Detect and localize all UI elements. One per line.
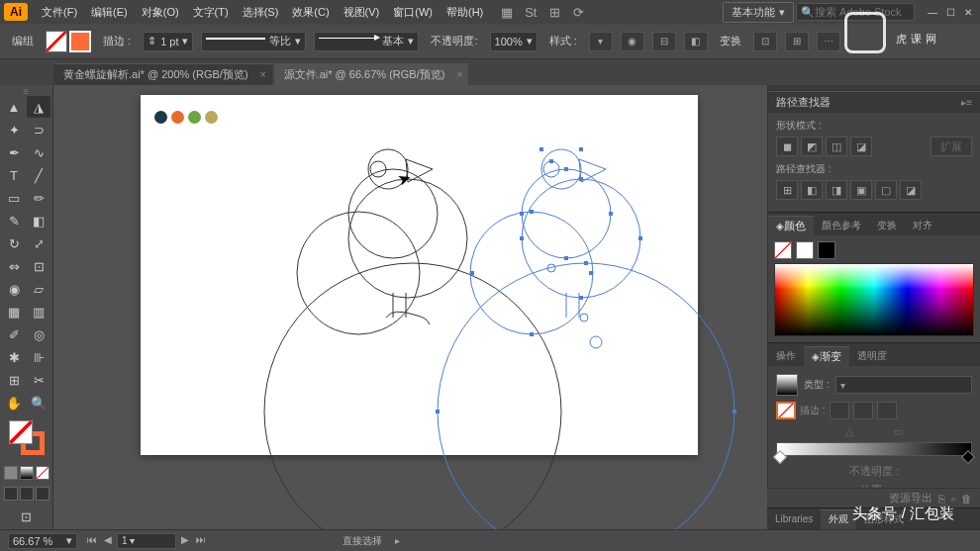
minus-back-icon[interactable]: ◪ <box>900 180 922 200</box>
transparency-tab[interactable]: 透明度 <box>849 346 895 366</box>
merge-icon[interactable]: ◨ <box>826 180 847 200</box>
actions-tab[interactable]: 操作 <box>768 346 804 366</box>
line-tool-icon[interactable]: ╱ <box>27 164 50 186</box>
artboard-nav-select[interactable]: 1 ▾ <box>117 533 176 549</box>
search-stock-input[interactable]: 🔍 搜索 Adobe Stock <box>796 3 915 21</box>
stroke-weight-input[interactable]: ⇕1 pt▾ <box>143 32 193 51</box>
first-artboard-icon[interactable]: ⏮ <box>85 533 99 547</box>
artboard-tool-icon[interactable]: ⊞ <box>2 369 26 391</box>
toolbox-grip[interactable] <box>2 87 50 95</box>
document-tab-1[interactable]: 黄金螺旋解析.ai* @ 200% (RGB/预览)× <box>53 63 272 85</box>
pen-tool-icon[interactable]: ✒ <box>2 141 26 163</box>
lasso-tool-icon[interactable]: ⊃ <box>27 119 50 140</box>
hand-tool-icon[interactable]: ✋ <box>2 392 26 413</box>
align-button[interactable]: ⊟ <box>652 32 676 51</box>
transform-label[interactable]: 变换 <box>716 34 745 48</box>
shaper-tool-icon[interactable]: ✎ <box>2 210 26 231</box>
blend-tool-icon[interactable]: ◎ <box>27 323 50 345</box>
trash-icon[interactable]: 🗑 <box>961 493 972 505</box>
unite-icon[interactable]: ◼ <box>776 137 798 156</box>
mesh-tool-icon[interactable]: ▦ <box>2 301 26 322</box>
minus-front-icon[interactable]: ◩ <box>801 137 823 156</box>
window-close[interactable]: ✕ <box>960 5 976 19</box>
window-maximize[interactable]: ☐ <box>942 5 958 19</box>
more-button[interactable]: ⋯ <box>817 32 840 51</box>
fill-color-swatch[interactable] <box>774 241 792 259</box>
gradient-tab[interactable]: ◈ 渐变 <box>804 346 849 366</box>
tab-close-icon[interactable]: × <box>457 69 463 80</box>
last-artboard-icon[interactable]: ⏭ <box>194 533 208 547</box>
style-selector[interactable]: ▾ <box>589 32 613 51</box>
pathfinder-panel-header[interactable]: 路径查找器▸≡ <box>768 91 980 113</box>
direct-selection-tool-icon[interactable]: ◮ <box>27 96 50 118</box>
brush-definition[interactable]: 基本▾ <box>314 32 419 51</box>
stroke-opt-3-icon[interactable] <box>877 402 897 419</box>
gradient-slider[interactable] <box>776 442 972 456</box>
scale-tool-icon[interactable]: ⤢ <box>27 232 50 254</box>
panel-menu-icon[interactable]: ▸≡ <box>961 97 972 108</box>
menu-file[interactable]: 文件(F) <box>36 2 83 23</box>
stroke-swatch[interactable] <box>69 31 91 52</box>
white-swatch[interactable] <box>796 241 814 259</box>
rotate-tool-icon[interactable]: ↻ <box>2 232 26 254</box>
type-tool-icon[interactable]: T <box>2 164 26 186</box>
tab-close-icon[interactable]: × <box>260 69 266 80</box>
zoom-selector[interactable]: 66.67 %▾ <box>8 533 77 549</box>
graphic-styles-tab[interactable]: 图形样式 <box>856 509 912 529</box>
magic-wand-tool-icon[interactable]: ✦ <box>2 119 26 140</box>
slice-tool-icon[interactable]: ✂ <box>27 369 50 391</box>
outline-icon[interactable]: ▢ <box>875 180 897 200</box>
menu-select[interactable]: 选择(S) <box>237 2 285 23</box>
color-tab[interactable]: ◈ 颜色 <box>768 216 814 235</box>
menu-view[interactable]: 视图(V) <box>338 2 386 23</box>
color-guide-tab[interactable]: 颜色参考 <box>814 216 869 235</box>
bridge-icon[interactable]: ▦ <box>499 4 515 20</box>
free-transform-tool-icon[interactable]: ⊡ <box>27 255 50 277</box>
trim-icon[interactable]: ◧ <box>801 180 823 200</box>
canvas[interactable]: ➤ <box>53 85 767 529</box>
gradient-fill-box[interactable] <box>776 402 796 419</box>
shape-button[interactable]: ◧ <box>684 32 708 51</box>
curvature-tool-icon[interactable]: ∿ <box>27 141 50 163</box>
arrange-icon[interactable]: ⊞ <box>546 4 562 20</box>
width-tool-icon[interactable]: ⇔ <box>2 255 26 277</box>
window-minimize[interactable]: — <box>925 5 940 19</box>
draw-inside-icon[interactable] <box>36 487 49 501</box>
transform-tab[interactable]: 变换 <box>869 216 905 235</box>
selection-tool-icon[interactable]: ▲ <box>2 96 26 118</box>
opacity-input[interactable]: 100%▾ <box>490 32 538 51</box>
menu-object[interactable]: 对象(O) <box>136 2 185 23</box>
gpu-icon[interactable]: ⟳ <box>570 4 586 20</box>
align-tab[interactable]: 对齐 <box>905 216 940 235</box>
gradient-type-select[interactable]: ▾ <box>835 376 972 394</box>
menu-effect[interactable]: 效果(C) <box>286 2 335 23</box>
next-artboard-icon[interactable]: ▶ <box>178 533 192 547</box>
eyedropper-tool-icon[interactable]: ✐ <box>2 323 26 345</box>
zoom-tool-icon[interactable]: 🔍 <box>27 392 50 413</box>
graph-tool-icon[interactable]: ⊪ <box>27 346 50 368</box>
status-menu-icon[interactable]: ▸ <box>390 534 404 548</box>
isolate-button[interactable]: ⊡ <box>753 32 777 51</box>
rectangle-tool-icon[interactable]: ▭ <box>2 187 26 209</box>
stroke-profile[interactable]: 等比▾ <box>201 32 306 51</box>
color-spectrum[interactable] <box>774 263 974 336</box>
perspective-tool-icon[interactable]: ▱ <box>27 278 50 300</box>
gradient-preview[interactable] <box>776 374 798 396</box>
screen-mode-icon[interactable]: ⊡ <box>2 505 50 527</box>
divide-icon[interactable]: ⊞ <box>776 180 798 200</box>
fill-swatch[interactable] <box>46 31 67 52</box>
fill-stroke-selector[interactable] <box>9 420 45 455</box>
stroke-opt-1-icon[interactable] <box>830 402 849 419</box>
exclude-icon[interactable]: ◪ <box>850 137 872 156</box>
document-tab-2[interactable]: 源文件.ai* @ 66.67% (RGB/预览)× <box>274 63 469 85</box>
link-icon[interactable]: ⎘ <box>938 493 945 505</box>
intersect-icon[interactable]: ◫ <box>826 137 847 156</box>
draw-behind-icon[interactable] <box>20 487 34 501</box>
menu-type[interactable]: 文字(T) <box>187 2 235 23</box>
fill-color-icon[interactable] <box>9 420 33 444</box>
new-icon[interactable]: ▫ <box>951 493 955 505</box>
eraser-tool-icon[interactable]: ◧ <box>27 210 50 231</box>
workspace-selector[interactable]: 基本功能▾ <box>723 2 794 23</box>
symbol-sprayer-tool-icon[interactable]: ✱ <box>2 346 26 368</box>
color-mode-icon[interactable] <box>4 466 18 480</box>
